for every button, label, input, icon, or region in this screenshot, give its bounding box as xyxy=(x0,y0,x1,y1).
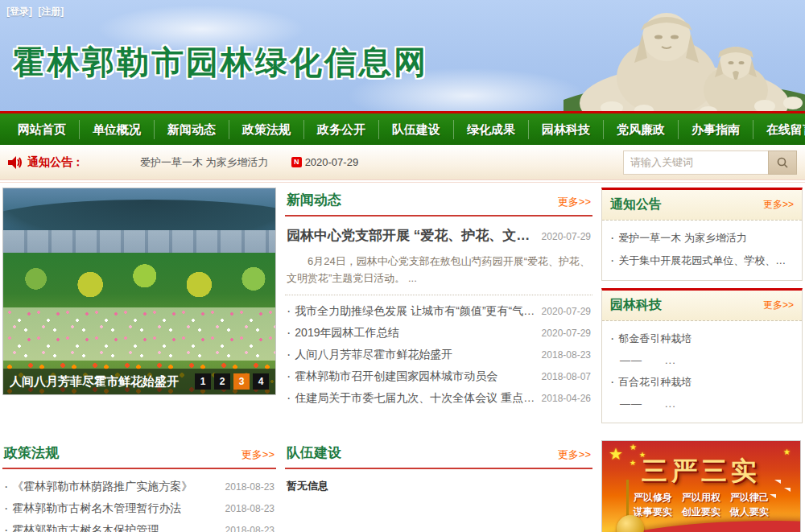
nav-item-about[interactable]: 单位概况 xyxy=(80,120,155,139)
news-link[interactable]: 住建局关于市委七届九次、十次全体会议 重点工作任... xyxy=(295,391,535,406)
nav-item-home[interactable]: 网站首页 xyxy=(5,120,80,139)
dove-icon xyxy=(770,494,776,498)
banner-title: 三严三实 xyxy=(602,454,800,489)
notice-box: 通知公告 更多>> · 爱护一草一木 为家乡增活力 · 关于集中开展花园式单位、… xyxy=(601,188,803,281)
news-date: 2018-08-23 xyxy=(542,349,591,361)
news-date: 2018-08-07 xyxy=(542,371,591,382)
policy-date: 2018-08-23 xyxy=(225,503,275,514)
policy-list: · 《霍林郭勒市林荫路推广实施方案》 2018-08-23 · 霍林郭勒市古树名… xyxy=(2,469,276,532)
policy-list-item: · 霍林郭勒市古树名木管理暂行办法 2018-08-23 xyxy=(4,497,275,519)
slider-page-2[interactable]: 2 xyxy=(214,373,230,390)
page: [登录] [注册] 霍林郭勒市园林绿化信息网 xyxy=(0,0,805,532)
bullet: · xyxy=(4,523,8,532)
account-links: [登录] [注册] xyxy=(6,5,67,19)
notice-date: 2020-07-29 xyxy=(305,156,359,168)
bullet: · xyxy=(287,369,291,384)
bullet: · xyxy=(4,480,8,494)
login-link[interactable]: [登录] xyxy=(6,6,32,17)
bullet: · xyxy=(610,332,614,346)
bullet: · xyxy=(4,501,8,516)
site-header: [登录] [注册] 霍林郭勒市园林绿化信息网 xyxy=(0,0,805,111)
team-section: 队伍建设 更多>> 暂无信息 xyxy=(285,440,592,532)
search-input[interactable] xyxy=(623,151,768,175)
slider-page-1[interactable]: 1 xyxy=(195,373,211,390)
notice-box-link[interactable]: 爱护一草一木 为家乡增活力 xyxy=(618,231,747,245)
bullet: · xyxy=(287,348,291,362)
dove-icon xyxy=(774,480,781,484)
speaker-icon xyxy=(8,156,23,169)
site-title: 霍林郭勒市园林绿化信息网 xyxy=(13,40,428,85)
news-date: 2018-04-26 xyxy=(542,393,591,404)
slider-caption[interactable]: 人间八月芳菲尽霍市鲜花始盛开 xyxy=(10,374,195,390)
team-title: 队伍建设 xyxy=(287,443,341,462)
bullet: · xyxy=(610,254,614,268)
notice-link[interactable]: 爱护一草一木 为家乡增活力 xyxy=(140,155,269,170)
flagpole-graphic xyxy=(626,480,629,518)
news-date: 2020-07-29 xyxy=(542,328,591,339)
notice-box-title: 通知公告 xyxy=(610,196,662,213)
nav-item-guide[interactable]: 办事指南 xyxy=(679,120,753,139)
featured-news-title[interactable]: 园林中心党支部开展 “爱花、护花、文明... xyxy=(287,226,535,245)
divider xyxy=(0,182,805,183)
nav-item-message[interactable]: 在线留言 xyxy=(753,120,805,139)
slider-page-3-active[interactable]: 3 xyxy=(233,373,250,390)
statues-graphic xyxy=(564,0,805,111)
news-link[interactable]: 霍林郭勒市召开创建国家园林城市动员会 xyxy=(295,369,535,384)
team-more-link[interactable]: 更多>> xyxy=(558,447,591,462)
news-list-item: · 霍林郭勒市召开创建国家园林城市动员会 2018-08-07 xyxy=(287,365,591,387)
news-list-item: · 我市全力助推绿色发展 让城市有“颜值”更有“气质” 2020-07-29 xyxy=(287,300,591,322)
notice-box-link[interactable]: 关于集中开展花园式单位、学校、工厂... xyxy=(618,254,794,268)
policy-more-link[interactable]: 更多>> xyxy=(242,447,275,462)
nav-item-team[interactable]: 队伍建设 xyxy=(379,120,454,139)
slider-page-4[interactable]: 4 xyxy=(253,373,269,390)
slider-pagination: 1 2 3 4 xyxy=(195,373,269,390)
right-sidebar: 通知公告 更多>> · 爱护一草一木 为家乡增活力 · 关于集中开展花园式单位、… xyxy=(601,188,803,431)
notice-bar: 通知公告： 爱护一草一木 为家乡增活力 N 2020-07-29 xyxy=(0,145,805,180)
nav-item-party[interactable]: 党风廉政 xyxy=(604,120,679,139)
nav-item-news[interactable]: 新闻动态 xyxy=(155,120,229,139)
tech-box-header: 园林科技 更多>> xyxy=(602,291,802,321)
tech-box-more-link[interactable]: 更多>> xyxy=(763,299,794,312)
team-header: 队伍建设 更多>> xyxy=(285,440,592,469)
news-link[interactable]: 我市全力助推绿色发展 让城市有“颜值”更有“气质” xyxy=(295,304,535,319)
tech-box-item-sub: —— ... xyxy=(610,350,794,371)
bullet: · xyxy=(610,375,614,390)
main-content: 人间八月芳菲尽霍市鲜花始盛开 1 2 3 4 新闻动态 更多>> 园林中心党支部… xyxy=(0,188,805,431)
search-icon xyxy=(776,156,789,169)
photo-slider[interactable]: 人间八月芳菲尽霍市鲜花始盛开 1 2 3 4 xyxy=(2,188,276,395)
featured-news: 园林中心党支部开展 “爱花、护花、文明... 2020-07-29 6月24日，… xyxy=(285,217,592,295)
policy-link[interactable]: 霍林郭勒市古树名木保护管理 xyxy=(12,523,218,532)
news-link[interactable]: 2019年园林工作总结 xyxy=(295,326,535,340)
news-section: 新闻动态 更多>> 园林中心党支部开展 “爱花、护花、文明... 2020-07… xyxy=(285,188,592,431)
news-list-item: · 2019年园林工作总结 2020-07-29 xyxy=(287,322,591,344)
nav-item-greening[interactable]: 绿化成果 xyxy=(454,120,529,139)
news-header: 新闻动态 更多>> xyxy=(285,188,592,217)
register-link[interactable]: [注册] xyxy=(38,6,64,17)
tech-box-title: 园林科技 xyxy=(610,297,662,314)
search-button[interactable] xyxy=(768,151,797,175)
tech-box-link[interactable]: 百合花引种栽培 xyxy=(618,375,691,390)
tech-box-item: · 百合花引种栽培 xyxy=(610,371,794,394)
notice-box-item: · 爱护一草一木 为家乡增活力 xyxy=(610,227,794,250)
star-icon: ★ xyxy=(630,443,637,452)
bullet: · xyxy=(287,391,291,406)
notice-box-more-link[interactable]: 更多>> xyxy=(763,198,794,212)
sanyan-sanshi-banner[interactable]: ★ ★ ★ ★ ★ 三严三实 严以修身 严以用权 严以律己 谋事要实 创业要实 … xyxy=(601,440,801,532)
team-empty-text: 暂无信息 xyxy=(285,469,592,503)
policy-link[interactable]: 霍林郭勒市古树名木管理暂行办法 xyxy=(12,501,218,516)
policy-title: 政策法规 xyxy=(4,443,59,462)
new-badge: N xyxy=(291,157,302,167)
tech-box-link[interactable]: 郁金香引种栽培 xyxy=(618,332,691,346)
tech-box-item-sub: —— ... xyxy=(610,394,794,414)
news-more-link[interactable]: 更多>> xyxy=(558,195,591,209)
news-list-item: · 人间八月芳菲尽霍市鲜花始盛开 2018-08-23 xyxy=(287,344,591,365)
nav-item-gov-affairs[interactable]: 政务公开 xyxy=(304,120,379,139)
policy-list-item: · 霍林郭勒市古树名木保护管理 2018-08-23 xyxy=(4,519,275,532)
notice-label: 通知公告： xyxy=(27,155,84,170)
nav-item-policy[interactable]: 政策法规 xyxy=(229,120,304,139)
policy-list-item: · 《霍林郭勒市林荫路推广实施方案》 2018-08-23 xyxy=(4,476,275,497)
nav-item-tech[interactable]: 园林科技 xyxy=(529,120,604,139)
slider-caption-bar: 人间八月芳菲尽霍市鲜花始盛开 1 2 3 4 xyxy=(3,369,275,394)
news-link[interactable]: 人间八月芳菲尽霍市鲜花始盛开 xyxy=(295,348,535,362)
policy-link[interactable]: 《霍林郭勒市林荫路推广实施方案》 xyxy=(12,480,218,494)
